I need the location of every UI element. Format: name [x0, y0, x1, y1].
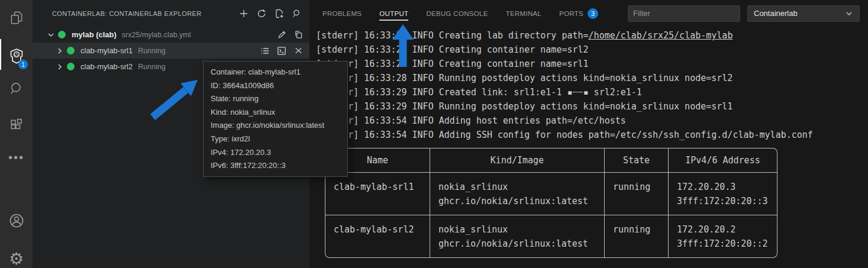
table-row: clab-mylab-srl2 nokia_srlinux ghcr.io/no… [325, 215, 777, 258]
tooltip-ipv6: IPv6: 3fff:172:20:20::3 [211, 159, 340, 173]
node-status: Running [138, 63, 166, 71]
containerlab-inspect-table: Name Kind/Image State IPv4/6 Address cla… [325, 148, 777, 258]
log-line: [stderr] 16:33:54 INFO Adding SSH config… [316, 128, 868, 142]
log-line: [stderr] 16:33:28 INFO Creating containe… [316, 57, 868, 71]
lab-path: srx25/mylab.clab.yml [122, 31, 191, 39]
tooltip-container: Container: clab-mylab-srl1 [211, 66, 340, 79]
sidebar-header: CONTAINERLAB: CONTAINERLAB EXPLORER [33, 0, 309, 27]
sidebar-title: CONTAINERLAB: CONTAINERLAB EXPLORER [52, 10, 237, 17]
account-icon[interactable] [0, 206, 33, 235]
log-line: [stderr] 16:33:28 INFO Creating containe… [316, 43, 868, 57]
log-line: [stderr] 16:33:29 INFO Running postdeplo… [316, 99, 868, 114]
activity-bar: 1 ••• ⚙ [0, 0, 33, 268]
output-channel-dropdown[interactable]: Containerlab [747, 5, 860, 22]
col-header-state: State [605, 148, 669, 173]
tree-item-srl1[interactable]: clab-mylab-srl1 Running [33, 43, 309, 59]
chevron-right-icon[interactable] [55, 47, 64, 54]
refresh-icon[interactable] [255, 7, 268, 20]
cell-ipv6: 3fff:172:20:20::3 [677, 194, 777, 208]
vscode-window: 1 ••• ⚙ CONTAINERLAB: CONTAINERLAB EXPLO… [0, 0, 868, 268]
cell-ipv4: 172.20.20.2 [677, 222, 777, 237]
bottom-panel: PROBLEMS OUTPUT DEBUG CONSOLE TERMINAL P… [309, 0, 868, 268]
panel-header: PROBLEMS OUTPUT DEBUG CONSOLE TERMINAL P… [309, 0, 868, 27]
list-icon[interactable] [259, 44, 272, 57]
cell-kind: nokia_srlinux [438, 222, 604, 237]
tooltip-kind: Kind: nokia_srlinux [211, 106, 340, 120]
container-details-tooltip: Container: clab-mylab-srl1 ID: 3664a1009… [203, 61, 348, 177]
table-header-row: Name Kind/Image State IPv4/6 Address [325, 148, 777, 173]
tooltip-state: State: running [211, 92, 340, 106]
settings-gear-icon[interactable]: ⚙ [0, 245, 33, 268]
new-file-icon[interactable] [273, 7, 286, 20]
cell-image: ghcr.io/nokia/srlinux:latest [438, 237, 604, 251]
output-channel-value: Containerlab [754, 9, 845, 18]
edit-pencil-icon[interactable] [275, 28, 288, 41]
terminal-icon[interactable] [275, 44, 288, 57]
tab-debug-console[interactable]: DEBUG CONSOLE [426, 7, 488, 21]
add-icon[interactable] [237, 7, 250, 20]
cell-ipv4: 172.20.20.3 [677, 180, 777, 194]
output-filter-input[interactable] [628, 5, 740, 22]
tooltip-ipv4: IPv4: 172.20.20.3 [211, 146, 340, 160]
col-header-kind-image: Kind/Image [430, 148, 605, 173]
cell-kind: nokia_srlinux [438, 180, 604, 194]
cell-name: clab-mylab-srl1 [334, 180, 430, 194]
node-status: Running [138, 47, 166, 55]
lab-label: mylab (clab) [72, 30, 117, 39]
path-link[interactable]: /home/clab/srx25/clab-mylab [589, 30, 733, 41]
node-label: clab-mylab-srl2 [80, 62, 133, 71]
log-line: [stderr] 16:33:28 INFO Running postdeplo… [316, 71, 868, 85]
col-header-ip: IPv4/6 Address [669, 148, 777, 173]
output-log: [stderr] 16:33:28 INFO Creating lab dire… [309, 27, 868, 258]
tooltip-image: Image: ghcr.io/nokia/srlinux:latest [211, 119, 340, 133]
status-dot-green [58, 31, 66, 38]
disconnect-x-icon[interactable] [292, 44, 305, 57]
chevron-down-icon[interactable] [46, 31, 56, 38]
search-tree-icon[interactable] [291, 7, 304, 20]
search-icon[interactable] [0, 75, 33, 103]
tooltip-type: Type: ixrd2l [211, 133, 340, 146]
cell-state: running [613, 180, 668, 194]
cell-ipv6: 3fff:172:20:20::2 [677, 237, 777, 251]
tab-output[interactable]: OUTPUT [379, 7, 408, 21]
log-line: [stderr] 16:33:29 INFO Created link: srl… [316, 85, 868, 99]
tab-terminal[interactable]: TERMINAL [506, 7, 542, 21]
more-actions-icon[interactable]: ••• [0, 143, 33, 172]
containerlab-view-icon[interactable]: 1 [0, 42, 33, 70]
tab-problems[interactable]: PROBLEMS [322, 7, 362, 21]
log-line: [stderr] 16:33:28 INFO Creating lab dire… [316, 28, 868, 43]
node-label: clab-mylab-srl1 [80, 46, 133, 55]
status-dot-green [67, 47, 75, 54]
tab-ports-label: PORTS [559, 10, 583, 17]
table-row: clab-mylab-srl1 nokia_srlinux ghcr.io/no… [325, 173, 777, 215]
cell-image: ghcr.io/nokia/srlinux:latest [438, 194, 604, 208]
ports-count-badge: 3 [588, 8, 598, 19]
extensions-icon[interactable] [0, 111, 33, 140]
copy-icon[interactable] [292, 28, 305, 41]
cell-name: clab-mylab-srl2 [334, 222, 430, 237]
explorer-icon[interactable] [0, 4, 33, 32]
containerlab-badge: 1 [18, 60, 28, 69]
chevron-down-icon [845, 9, 853, 18]
tooltip-id: ID: 3664a1009d86 [211, 79, 340, 93]
log-line: [stderr] 16:33:54 INFO Adding host entri… [316, 114, 868, 128]
panel-tabs: PROBLEMS OUTPUT DEBUG CONSOLE TERMINAL P… [322, 5, 598, 22]
status-dot-green [67, 63, 75, 70]
cell-state: running [613, 222, 668, 237]
tab-ports[interactable]: PORTS 3 [559, 5, 598, 22]
chevron-right-icon[interactable] [55, 63, 64, 70]
tree-item-mylab[interactable]: mylab (clab) srx25/mylab.clab.yml [33, 27, 309, 43]
